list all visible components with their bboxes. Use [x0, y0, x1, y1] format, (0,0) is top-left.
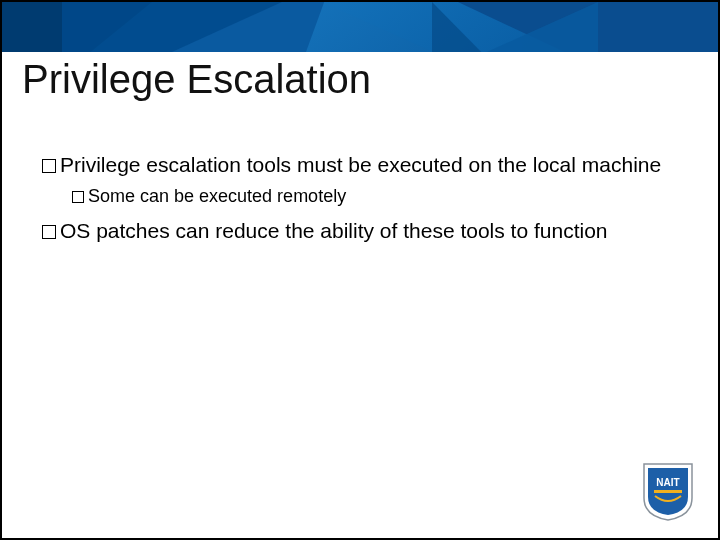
slide-header: Privilege Escalation [2, 2, 718, 124]
bullet-level1: OS patches can reduce the ability of the… [42, 218, 678, 245]
bullet-text: Privilege escalation tools must be execu… [60, 153, 661, 176]
svg-rect-0 [654, 490, 682, 493]
slide-body: Privilege escalation tools must be execu… [2, 124, 718, 245]
bullet-text: Some can be executed remotely [88, 186, 346, 206]
logo-text: NAIT [656, 477, 679, 488]
bullet-text: OS patches can reduce the ability of the… [60, 219, 608, 242]
bullet-level1: Privilege escalation tools must be execu… [42, 152, 678, 179]
square-bullet-icon [42, 159, 56, 173]
square-bullet-icon [72, 191, 84, 203]
bullet-level2: Some can be executed remotely [72, 185, 678, 208]
square-bullet-icon [42, 225, 56, 239]
nait-logo-icon: NAIT [640, 460, 696, 522]
slide-title: Privilege Escalation [22, 58, 379, 100]
